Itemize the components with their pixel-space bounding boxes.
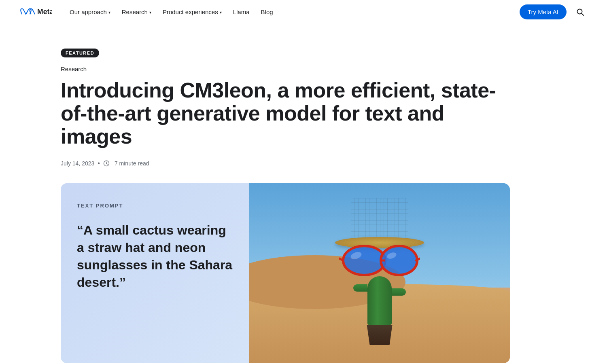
nav-blog[interactable]: Blog [256,5,278,19]
cactus-with-accessories [335,197,424,345]
meta-logo[interactable]: Meta [19,6,52,18]
featured-badge: FEATURED [61,49,99,57]
hero-right-panel [249,183,510,363]
article-date: July 14, 2023 [61,160,94,167]
svg-line-2 [582,13,584,15]
svg-text:Meta: Meta [37,8,52,16]
article-read-time: 7 minute read [115,160,149,167]
nav-our-approach[interactable]: Our approach ▾ [65,5,115,19]
nav-research[interactable]: Research ▾ [117,5,156,19]
cactus-arm-left [353,284,367,292]
article-meta: July 14, 2023 • 7 minute read [61,160,546,167]
svg-line-5 [106,163,108,164]
cactus-arm-right [392,288,406,296]
nav-links: Our approach ▾ Research ▾ Product experi… [65,5,278,19]
search-icon [576,8,584,16]
nav-llama[interactable]: Llama [228,5,255,19]
chevron-down-icon: ▾ [220,10,222,15]
nav-left: Meta Our approach ▾ Research ▾ Product e… [19,5,278,19]
search-button[interactable] [573,5,588,19]
svg-point-1 [577,9,582,14]
chevron-down-icon: ▾ [149,10,151,15]
article-title: Introducing CM3leon, a more efficient, s… [61,79,506,148]
clock-icon [103,160,111,167]
hat-crown [351,198,408,239]
navigation: Meta Our approach ▾ Research ▾ Product e… [0,0,607,24]
sunglasses [339,240,420,278]
main-content: FEATURED Research Introducing CM3leon, a… [0,24,607,363]
article-category: Research [61,66,546,72]
try-meta-ai-button[interactable]: Try Meta AI [520,4,567,19]
chevron-down-icon: ▾ [108,10,110,15]
nav-right: Try Meta AI [520,4,588,19]
text-prompt-label: TEXT PROMPT [77,203,233,209]
meta-separator: • [98,160,100,167]
hero-image: TEXT PROMPT “A small cactus wearing a st… [61,183,510,363]
cactus-body [367,276,392,325]
hero-left-panel: TEXT PROMPT “A small cactus wearing a st… [61,183,249,363]
cactus-scene [249,183,510,363]
nav-product-experiences[interactable]: Product experiences ▾ [158,5,227,19]
text-prompt-quote: “A small cactus wearing a straw hat and … [77,222,233,292]
cactus-pot [365,325,394,345]
